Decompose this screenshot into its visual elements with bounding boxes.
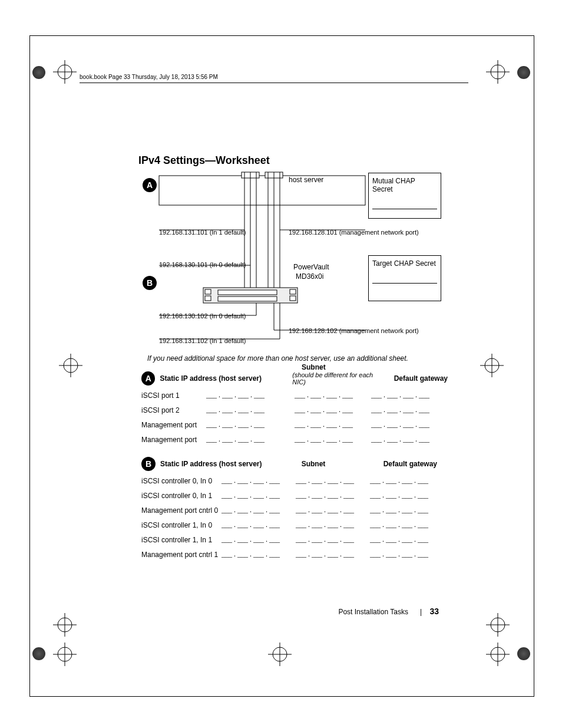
subnet-header-a-top: Subnet: [302, 363, 326, 371]
row-label: Management port cntrl 0: [141, 506, 222, 515]
row-label: Management port: [141, 436, 206, 444]
footer-sep: |: [420, 608, 422, 616]
worksheet-row: Management port cntrl 1___ . ___ . ___ .…: [141, 547, 448, 562]
svg-rect-55: [218, 297, 277, 301]
reg-mark: [53, 643, 77, 666]
device-label-2: MD36x0i: [296, 272, 323, 281]
ip-in1-b: 192.168.131.102 (In 1 default): [159, 337, 246, 344]
ip-blank[interactable]: ___ . ___ . ___ . ___: [222, 476, 296, 485]
badge-a-ws: A: [141, 371, 155, 386]
ip-blank[interactable]: ___ . ___ . ___ . ___: [222, 491, 296, 500]
row-label: iSCSI controller 1, In 1: [141, 536, 222, 544]
reg-dot: [517, 66, 530, 79]
ip-blank[interactable]: ___ . ___ . ___ . ___: [206, 435, 295, 444]
svg-rect-54: [218, 290, 277, 295]
reg-mark: [268, 643, 292, 666]
mutual-chap-label: Mutual CHAP Secret: [372, 177, 415, 193]
subnet-blank[interactable]: ___ . ___ . ___ . ___: [296, 521, 370, 529]
header-ip-b: Static IP address (host server): [160, 460, 278, 468]
row-label: iSCSI controller 0, In 1: [141, 492, 222, 500]
svg-rect-27: [159, 176, 365, 205]
footer-section: Post Installation Tasks: [338, 608, 408, 616]
gw-blank[interactable]: ___ . ___ . ___ . ___: [371, 420, 429, 429]
worksheet-row: iSCSI controller 1, In 1___ . ___ . ___ …: [141, 532, 448, 547]
mgmt-b: 192.168.128.102 (management network port…: [289, 327, 419, 334]
host-server-label: host server: [289, 176, 323, 184]
ip-in1-a: 192.168.131.101 (In 1 default): [159, 229, 246, 236]
mgmt-a: 192.168.128.101 (management network port…: [289, 229, 419, 236]
svg-rect-51: [205, 296, 211, 301]
gw-blank[interactable]: ___ . ___ . ___ . ___: [370, 550, 428, 559]
badge-b-ws: B: [141, 457, 156, 471]
ip-blank[interactable]: ___ . ___ . ___ . ___: [206, 391, 295, 400]
worksheet-b: B Static IP address (host server) Subnet…: [141, 457, 448, 562]
row-label: iSCSI port 1: [141, 391, 206, 400]
gw-blank[interactable]: ___ . ___ . ___ . ___: [371, 406, 429, 414]
svg-rect-50: [205, 289, 211, 294]
subnet-blank[interactable]: ___ . ___ . ___ . ___: [295, 420, 371, 429]
gw-blank[interactable]: ___ . ___ . ___ . ___: [370, 491, 428, 500]
header-gw-a: Default gateway: [385, 374, 448, 383]
reg-mark: [59, 354, 82, 377]
gw-blank[interactable]: ___ . ___ . ___ . ___: [371, 435, 429, 444]
subnet-blank[interactable]: ___ . ___ . ___ . ___: [295, 391, 371, 400]
ip-blank[interactable]: ___ . ___ . ___ . ___: [222, 506, 296, 515]
row-label: Management port: [141, 421, 206, 429]
device-label-1: PowerVault: [293, 263, 329, 271]
worksheet-row: iSCSI port 1___ . ___ . ___ . ______ . _…: [141, 388, 448, 403]
subnet-blank[interactable]: ___ . ___ . ___ . ___: [295, 435, 371, 444]
ip-in0-b: 192.168.130.102 (In 0 default): [159, 312, 246, 319]
ip-blank[interactable]: ___ . ___ . ___ . ___: [222, 521, 296, 529]
row-label: Management port cntrl 1: [141, 551, 222, 559]
reg-mark: [480, 354, 504, 377]
svg-rect-52: [290, 289, 296, 294]
ip-in0-a: 192.168.130.101 (In 0 default): [159, 261, 246, 268]
reg-dot: [32, 647, 45, 660]
header-rule: [80, 83, 468, 83]
reg-mark: [486, 60, 510, 84]
worksheet-row: Management port cntrl 0___ . ___ . ___ .…: [141, 503, 448, 518]
header-ip-a: Static IP address (host server): [160, 374, 292, 383]
gw-blank[interactable]: ___ . ___ . ___ . ___: [370, 506, 428, 515]
ip-blank[interactable]: ___ . ___ . ___ . ___: [206, 406, 295, 414]
reg-mark: [53, 613, 77, 637]
gw-blank[interactable]: ___ . ___ . ___ . ___: [370, 476, 428, 485]
worksheet-row: iSCSI controller 0, In 1___ . ___ . ___ …: [141, 488, 448, 503]
worksheet-row: Management port___ . ___ . ___ . ______ …: [141, 417, 448, 432]
subnet-blank[interactable]: ___ . ___ . ___ . ___: [296, 535, 370, 544]
subnet-blank[interactable]: ___ . ___ . ___ . ___: [296, 550, 370, 559]
gw-blank[interactable]: ___ . ___ . ___ . ___: [370, 521, 428, 529]
worksheet-row: iSCSI controller 0, In 0___ . ___ . ___ …: [141, 473, 448, 488]
ip-blank[interactable]: ___ . ___ . ___ . ___: [222, 535, 296, 544]
page-border: [29, 35, 534, 697]
subnet-blank[interactable]: ___ . ___ . ___ . ___: [296, 506, 370, 515]
mutual-chap-box: Mutual CHAP Secret: [368, 173, 441, 219]
subnet-blank[interactable]: ___ . ___ . ___ . ___: [295, 406, 371, 414]
ip-blank[interactable]: ___ . ___ . ___ . ___: [222, 550, 296, 559]
subnet-blank[interactable]: ___ . ___ . ___ . ___: [296, 476, 370, 485]
reg-mark: [53, 60, 77, 84]
subnet-note: (should be different for each NIC): [292, 371, 384, 386]
row-label: iSCSI controller 1, In 0: [141, 521, 222, 529]
worksheet-row: Management port___ . ___ . ___ . ______ …: [141, 432, 448, 447]
ip-blank[interactable]: ___ . ___ . ___ . ___: [206, 420, 295, 429]
reg-dot: [32, 66, 45, 79]
reg-mark: [486, 613, 510, 637]
reg-mark: [486, 643, 510, 666]
subnet-blank[interactable]: ___ . ___ . ___ . ___: [296, 491, 370, 500]
badge-b: B: [143, 276, 157, 290]
gw-blank[interactable]: ___ . ___ . ___ . ___: [370, 535, 428, 544]
additional-sheet-note: If you need additional space for more th…: [147, 354, 408, 363]
worksheet-row: iSCSI port 2___ . ___ . ___ . ______ . _…: [141, 403, 448, 417]
badge-a: A: [143, 178, 157, 192]
reg-dot: [517, 647, 530, 660]
footer-page-number: 33: [429, 607, 439, 616]
gw-blank[interactable]: ___ . ___ . ___ . ___: [371, 391, 429, 400]
header-subnet-b: Subnet: [278, 460, 349, 468]
row-label: iSCSI port 2: [141, 406, 206, 414]
target-chap-box: Target CHAP Secret: [368, 255, 441, 301]
page-title: IPv4 Settings—Worksheet: [138, 154, 270, 167]
worksheet-row: iSCSI controller 1, In 0___ . ___ . ___ …: [141, 518, 448, 532]
svg-rect-53: [290, 296, 296, 301]
page-footer: Post Installation Tasks | 33: [138, 607, 439, 616]
